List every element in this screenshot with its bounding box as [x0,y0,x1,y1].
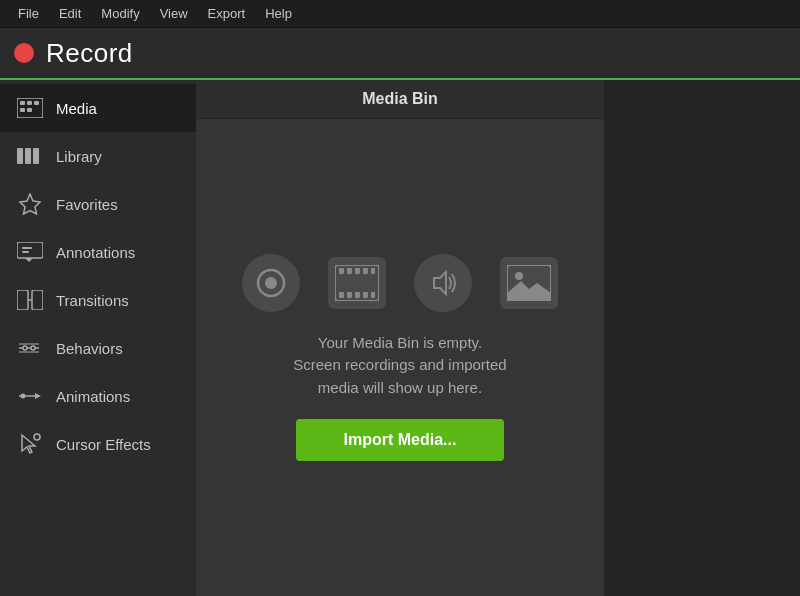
svg-marker-9 [20,194,40,214]
cursor-effects-icon [16,433,44,455]
main-layout: Media Library Favorites [0,80,800,596]
audio-empty-icon [414,254,472,312]
svg-marker-25 [35,393,41,399]
media-bin-header: Media Bin [196,80,604,119]
media-bin-body: Your Media Bin is empty. Screen recordin… [196,119,604,596]
media-icon [16,97,44,119]
svg-rect-12 [22,247,32,249]
page-title: Record [46,38,133,69]
svg-rect-15 [32,290,43,310]
sidebar-item-favorites[interactable]: Favorites [0,180,196,228]
svg-marker-11 [25,258,33,262]
image-empty-icon [500,257,558,309]
svg-marker-45 [507,281,551,301]
svg-rect-7 [25,148,31,164]
sidebar-item-animations-label: Animations [56,388,130,405]
sidebar-item-media[interactable]: Media [0,84,196,132]
svg-rect-13 [22,251,29,253]
sidebar-item-annotations[interactable]: Annotations [0,228,196,276]
menu-modify[interactable]: Modify [91,2,149,25]
sidebar: Media Library Favorites [0,80,196,596]
svg-point-30 [265,277,277,289]
svg-point-44 [515,272,523,280]
sidebar-item-cursor-effects-label: Cursor Effects [56,436,151,453]
svg-rect-10 [17,242,43,258]
record-dot-icon [14,43,34,63]
transitions-icon [16,289,44,311]
svg-point-26 [21,394,26,399]
svg-rect-4 [20,108,25,112]
animations-icon [16,385,44,407]
sidebar-item-transitions[interactable]: Transitions [0,276,196,324]
svg-rect-33 [347,268,352,274]
svg-rect-1 [20,101,25,105]
menu-bar: File Edit Modify View Export Help [0,0,800,28]
record-empty-icon [242,254,300,312]
svg-point-18 [23,346,27,350]
sidebar-item-annotations-label: Annotations [56,244,135,261]
sidebar-item-animations[interactable]: Animations [0,372,196,420]
svg-rect-6 [17,148,23,164]
menu-edit[interactable]: Edit [49,2,91,25]
sidebar-item-behaviors[interactable]: Behaviors [0,324,196,372]
svg-rect-8 [33,148,39,164]
sidebar-item-library[interactable]: Library [0,132,196,180]
svg-rect-34 [355,268,360,274]
star-icon [16,193,44,215]
sidebar-item-behaviors-label: Behaviors [56,340,123,357]
svg-rect-14 [17,290,28,310]
sidebar-item-transitions-label: Transitions [56,292,129,309]
media-bin-panel: Media Bin [196,80,604,596]
svg-rect-32 [339,268,344,274]
menu-export[interactable]: Export [198,2,256,25]
sidebar-item-media-label: Media [56,100,97,117]
filmstrip-icon [328,257,386,309]
sidebar-item-library-label: Library [56,148,102,165]
menu-help[interactable]: Help [255,2,302,25]
svg-rect-5 [27,108,32,112]
title-bar: Record [0,28,800,80]
svg-rect-40 [363,292,368,298]
sidebar-item-favorites-label: Favorites [56,196,118,213]
right-panel [604,80,800,596]
behaviors-icon [16,337,44,359]
svg-rect-38 [347,292,352,298]
empty-text: Your Media Bin is empty. Screen recordin… [293,332,506,400]
svg-rect-39 [355,292,360,298]
svg-point-20 [31,346,35,350]
menu-file[interactable]: File [8,2,49,25]
svg-point-28 [34,434,40,440]
svg-rect-36 [371,268,375,274]
svg-rect-2 [27,101,32,105]
svg-rect-37 [339,292,344,298]
menu-view[interactable]: View [150,2,198,25]
svg-marker-27 [22,435,35,453]
annotations-icon [16,241,44,263]
svg-rect-3 [34,101,39,105]
svg-rect-41 [371,292,375,298]
media-icons-row [242,254,558,312]
sidebar-item-cursor-effects[interactable]: Cursor Effects [0,420,196,468]
library-icon [16,145,44,167]
svg-rect-35 [363,268,368,274]
import-media-button[interactable]: Import Media... [296,419,505,461]
svg-marker-42 [434,272,446,294]
